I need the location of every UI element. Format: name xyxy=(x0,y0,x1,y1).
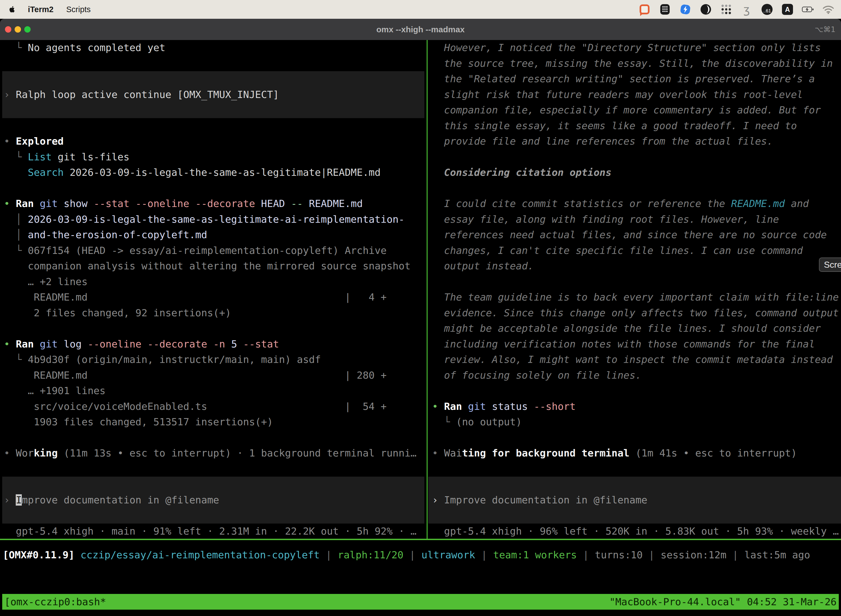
power-bolt-icon[interactable] xyxy=(679,3,692,15)
tmux-status-bar: [omx-cczip0:bash* "MacBook-Pro-44.local"… xyxy=(2,594,839,610)
terminal-line: essay file, along with finding root file… xyxy=(432,212,841,227)
terminal-line: of focusing solely on file lines. xyxy=(432,368,841,383)
terminal-line: gpt-5.4 xhigh · 96% left · 520K in · 5.8… xyxy=(432,524,841,539)
terminal-line: review. Also, I might want to inspect th… xyxy=(432,352,841,368)
terminal-line: However, I noticed the "Directory Struct… xyxy=(432,40,841,56)
window-title-bar[interactable]: omx --xhigh --madmax ⌥⌘1 xyxy=(0,19,841,40)
terminal-line: might be acceptable alongside the file l… xyxy=(432,321,841,336)
minimize-button[interactable] xyxy=(15,26,21,32)
squiggle-icon[interactable]: ʒ xyxy=(741,3,753,15)
terminal-line xyxy=(432,274,841,290)
terminal-line xyxy=(432,477,841,492)
window-title: omx --xhigh --madmax xyxy=(377,25,464,34)
terminal-line: including verification notes with those … xyxy=(432,336,841,352)
menu-item-scripts[interactable]: Scripts xyxy=(60,0,101,19)
ralph-loop-banner: › Ralph loop active continue [OMX_TMUX_I… xyxy=(2,71,424,118)
terminal-line xyxy=(432,383,841,399)
iterm2-window: omx --xhigh --madmax ⌥⌘1 └ No agents com… xyxy=(0,19,841,616)
left-terminal-pane[interactable]: └ No agents completed yet› Ralph loop ac… xyxy=(0,40,426,539)
terminal-line: this single essay, it seems like a good … xyxy=(432,118,841,134)
terminal-line xyxy=(4,508,424,524)
terminal-line xyxy=(4,56,426,72)
terminal-line xyxy=(432,430,841,446)
terminal-line: └ 4b9d30f (origin/main, instructkr/main,… xyxy=(4,352,426,368)
terminal-line: slight risk that future readers may over… xyxy=(432,87,841,103)
terminal-line: │ and-the-erosion-of-copyleft.md xyxy=(4,227,426,243)
terminal-line: companion analysis without altering the … xyxy=(4,258,426,274)
terminal-line: • Explored xyxy=(4,133,426,149)
status-separator-line xyxy=(0,539,841,540)
terminal-line xyxy=(4,118,426,134)
screen-record-icon[interactable] xyxy=(639,3,651,15)
pie-chart-icon[interactable] xyxy=(700,3,712,15)
terminal-line: › Improve documentation in @filename xyxy=(4,492,424,508)
terminal-line: • Ran git status --short xyxy=(432,399,841,415)
terminal-line: evidence. Since this change only affects… xyxy=(432,305,841,321)
prompt-input-left[interactable]: › Improve documentation in @filename xyxy=(2,477,424,524)
tmux-session-label: [omx-cczip0:bash* xyxy=(4,596,106,607)
terminal-line: references need actual files, and since … xyxy=(432,227,841,243)
terminal-line: … +1901 lines xyxy=(4,383,426,399)
terminal-line: changes, I can't cite specific file line… xyxy=(432,243,841,259)
terminal-line: • Ran git log --oneline --decorate -n 5 … xyxy=(4,336,426,352)
terminal-line: the source tree, missing the essay. Stil… xyxy=(432,56,841,72)
right-terminal-pane[interactable]: However, I noticed the "Directory Struct… xyxy=(428,40,841,539)
dots-grid-icon[interactable] xyxy=(720,3,732,15)
terminal-line: provide file and line references from th… xyxy=(432,133,841,149)
terminal-line xyxy=(4,430,426,446)
terminal-line: Considering citation options xyxy=(432,165,841,180)
tmux-host-clock-label: "MacBook-Pro-44.local" 04:52 31-Mar-26 xyxy=(609,596,837,607)
terminal-line xyxy=(4,461,426,477)
terminal-line: 2 files changed, 92 insertions(+) xyxy=(4,305,426,321)
terminal-line: output instead. xyxy=(432,258,841,274)
terminal-line xyxy=(432,508,841,524)
terminal-line xyxy=(4,180,426,196)
terminal-line: › Improve documentation in @filename xyxy=(432,492,841,508)
terminal-line xyxy=(432,149,841,165)
terminal-line: › Ralph loop active continue [OMX_TMUX_I… xyxy=(4,87,424,103)
terminal-line: 1903 files changed, 513517 insertions(+) xyxy=(4,414,426,430)
terminal-line: │ 2026-03-09-is-legal-the-same-as-legiti… xyxy=(4,212,426,227)
omx-status-line: [OMX#0.11.9] cczip/essay/ai-reimplementa… xyxy=(3,547,810,563)
menu-item-iterm2[interactable]: iTerm2 xyxy=(22,0,60,19)
terminal-area: └ No agents completed yet› Ralph loop ac… xyxy=(0,40,841,616)
terminal-line xyxy=(4,103,424,118)
terminal-line: └ List git ls-files xyxy=(4,149,426,165)
zoom-button[interactable] xyxy=(24,26,31,32)
close-button[interactable] xyxy=(5,26,11,32)
terminal-line: └ (no output) xyxy=(432,414,841,430)
terminal-line: src/voice/voiceModeEnabled.ts | 54 + xyxy=(4,399,426,415)
terminal-line: the "Related research writing" section i… xyxy=(432,71,841,87)
terminal-line: … +2 lines xyxy=(4,274,426,290)
terminal-line: └ No agents completed yet xyxy=(4,40,426,56)
terminal-line xyxy=(432,461,841,477)
terminal-line: • Ran git show --stat --oneline --decora… xyxy=(4,196,426,212)
terminal-line xyxy=(432,180,841,196)
pane-divider[interactable] xyxy=(426,40,428,539)
terminal-line: README.md | 4 + xyxy=(4,289,426,305)
battery-icon[interactable] xyxy=(802,3,814,15)
terminal-line: Search 2026-03-09-is-legal-the-same-as-l… xyxy=(4,165,426,180)
terminal-line: └ 067f154 (HEAD -> essay/ai-reimplementa… xyxy=(4,243,426,259)
terminal-line: • Working (11m 13s • esc to interrupt) ·… xyxy=(4,446,426,461)
terminal-line xyxy=(4,477,424,492)
terminal-line: gpt-5.4 xhigh · main · 91% left · 2.31M … xyxy=(4,524,426,539)
window-shortcut-badge: ⌥⌘1 xyxy=(815,19,835,40)
screen-share-label: Scre xyxy=(824,260,841,270)
wifi-icon[interactable] xyxy=(822,3,834,15)
apple-menu-icon[interactable] xyxy=(7,5,18,14)
keyboard-shield-icon[interactable] xyxy=(659,3,671,15)
screen-share-pill[interactable]: Scre xyxy=(819,258,841,272)
terminal-line: I could cite commit statistics or refere… xyxy=(432,196,841,212)
terminal-line: The team guideline is to back every impo… xyxy=(432,289,841,305)
macos-menu-bar: iTerm2 ShellEditViewSessionScriptsProfil… xyxy=(0,0,841,19)
terminal-line: companion file, especially if more comme… xyxy=(432,103,841,118)
terminal-line xyxy=(4,71,424,87)
terminal-line xyxy=(4,321,426,336)
terminal-line: README.md | 280 + xyxy=(4,368,426,383)
prompt-input-right[interactable]: › Improve documentation in @filename xyxy=(428,477,841,524)
terminal-line: • Waiting for background terminal (1m 41… xyxy=(432,446,841,461)
percent-61-icon[interactable]: ..61 xyxy=(761,3,773,15)
a-app-icon[interactable]: A xyxy=(781,3,794,15)
